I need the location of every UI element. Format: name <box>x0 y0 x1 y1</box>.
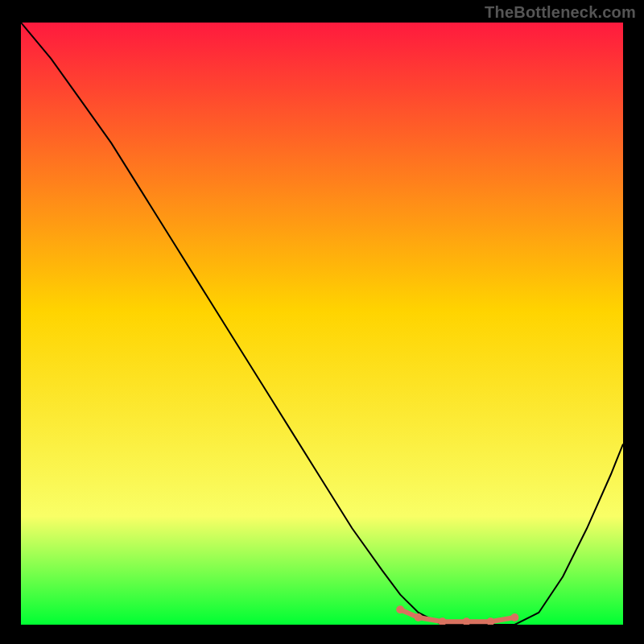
chart-canvas <box>21 23 623 625</box>
bottleneck-chart <box>21 23 623 625</box>
marker-dot <box>396 605 404 613</box>
marker-dot <box>510 613 518 621</box>
watermark-text: TheBottleneck.com <box>485 3 636 22</box>
gradient-background <box>21 23 623 625</box>
marker-dot <box>415 613 423 621</box>
